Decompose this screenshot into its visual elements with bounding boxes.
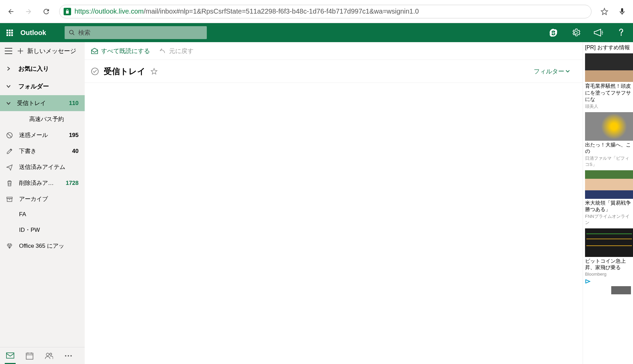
mail-open-icon (91, 48, 98, 54)
junk-icon (6, 132, 13, 139)
svg-point-13 (50, 353, 52, 355)
undo-icon (160, 48, 166, 54)
url-text: https://outlook.live.com/mail/inbox#nlp=… (74, 7, 419, 15)
ad-item[interactable]: 育毛業界騒然！頭皮にを塗ってフサフサにな 頭美人 (583, 53, 633, 109)
lock-icon (64, 8, 71, 15)
chevron-down-icon (6, 84, 11, 89)
send-icon (6, 164, 13, 171)
svg-rect-5 (7, 198, 12, 202)
mark-all-read-button[interactable]: すべて既読にする (91, 47, 150, 55)
archive-icon (6, 196, 13, 203)
ad-image (585, 228, 633, 257)
svg-point-0 (69, 30, 73, 34)
ads-header: [PR] おすすめ情報 (583, 42, 633, 53)
forward-button (24, 7, 33, 16)
help-icon[interactable] (614, 26, 628, 39)
address-bar[interactable]: https://outlook.live.com/mail/inbox#nlp=… (59, 5, 592, 18)
search-icon (69, 29, 75, 36)
skype-icon[interactable] (547, 26, 560, 39)
chevron-right-icon (6, 66, 11, 71)
folder-archive[interactable]: アーカイブ (0, 191, 85, 207)
select-all-icon[interactable] (91, 67, 99, 75)
folder-office365-upgrade[interactable]: Office 365 にアッ (0, 238, 85, 254)
content-toolbar: すべて既読にする 元に戻す (85, 42, 583, 60)
favorite-star-icon[interactable] (150, 68, 158, 75)
trash-icon (6, 180, 13, 187)
folder-heading: 受信トレイ フィルター (85, 60, 583, 83)
chevron-down-icon (6, 101, 11, 106)
hamburger-icon[interactable] (5, 48, 12, 54)
mail-icon[interactable] (6, 352, 14, 359)
undo-button: 元に戻す (160, 47, 194, 55)
back-button[interactable] (6, 7, 16, 16)
folder-id-pw[interactable]: ID・PW (0, 222, 85, 238)
svg-line-1 (72, 33, 74, 35)
people-icon[interactable] (45, 352, 53, 360)
folder-deleted[interactable]: 削除済みア… 1728 (0, 175, 85, 191)
ad-item[interactable]: ビットコイン急上昇、家飛び乗る Bloomberg (583, 228, 633, 277)
content-area: すべて既読にする 元に戻す 受信トレイ フィルター (85, 42, 583, 364)
calendar-icon[interactable] (26, 352, 33, 360)
search-box[interactable] (65, 26, 207, 39)
ad-item[interactable]: 出たっ！大腸へ、この 日清ファルマ「ビフィコS」 (583, 112, 633, 168)
svg-point-12 (46, 353, 49, 356)
ad-collapse-button[interactable] (611, 286, 631, 294)
reload-button[interactable] (41, 7, 51, 16)
more-icon[interactable] (65, 355, 72, 357)
favorites-header[interactable]: お気に入り (0, 60, 85, 77)
megaphone-icon[interactable] (592, 26, 605, 39)
svg-rect-8 (26, 353, 33, 359)
ad-choices-icon[interactable] (585, 279, 590, 283)
new-message-button[interactable]: 新しいメッセージ (17, 47, 76, 55)
filter-button[interactable]: フィルター (534, 67, 570, 75)
svg-point-16 (70, 355, 72, 357)
ad-image (585, 170, 633, 199)
plus-icon (17, 48, 24, 54)
svg-rect-7 (6, 353, 14, 358)
svg-line-3 (8, 133, 12, 137)
settings-icon[interactable] (569, 26, 583, 39)
diamond-icon (6, 243, 13, 249)
app-title: Outlook (20, 29, 46, 37)
folders-header[interactable]: フォルダー (0, 77, 85, 95)
ad-image (585, 112, 633, 141)
folder-bus-reservation[interactable]: 高速バス予約 (0, 111, 85, 127)
folder-sent[interactable]: 送信済みアイテム (0, 159, 85, 175)
browser-toolbar: https://outlook.live.com/mail/inbox#nlp=… (0, 0, 633, 23)
app-launcher-icon[interactable] (3, 27, 16, 39)
ad-image (585, 53, 633, 82)
pencil-icon (6, 148, 13, 155)
new-message-label: 新しいメッセージ (27, 47, 76, 55)
bookmark-star-icon[interactable] (600, 7, 609, 16)
app-header: Outlook (0, 23, 633, 42)
chevron-down-icon (566, 70, 570, 73)
ad-item[interactable]: 米大統領「貿易戦争勝つある」 FNNプライムオンライン (583, 170, 633, 226)
search-input[interactable] (78, 29, 202, 36)
folder-title: 受信トレイ (104, 66, 146, 77)
svg-point-15 (68, 355, 69, 357)
ads-panel: [PR] おすすめ情報 育毛業界騒然！頭皮にを塗ってフサフサにな 頭美人 出たっ… (583, 42, 633, 364)
folder-fa[interactable]: FA (0, 207, 85, 222)
folder-drafts[interactable]: 下書き 40 (0, 143, 85, 159)
bottom-nav (0, 347, 85, 364)
sidebar-command-bar: 新しいメッセージ (0, 42, 85, 60)
mic-icon[interactable] (617, 7, 627, 16)
folder-junk[interactable]: 迷惑メール 195 (0, 127, 85, 143)
folder-inbox[interactable]: 受信トレイ 110 (0, 95, 85, 111)
sidebar: 新しいメッセージ お気に入り フォルダー 受信トレイ 110 高速バス予約 (0, 42, 85, 364)
svg-point-14 (65, 355, 66, 357)
